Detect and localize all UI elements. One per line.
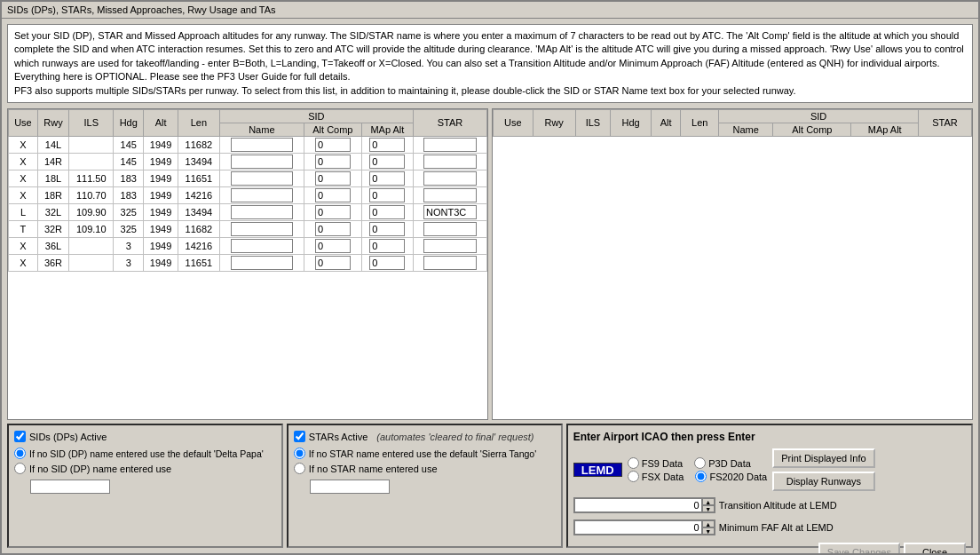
sid-mapalt-input[interactable] [369, 188, 405, 202]
save-changes-button[interactable]: Save Changes [818, 543, 900, 553]
faf-up-button[interactable]: ▲ [702, 520, 715, 527]
close-button[interactable]: Close [904, 543, 966, 553]
star-name-input[interactable] [423, 138, 477, 152]
sid-mapalt-cell[interactable] [361, 136, 413, 153]
star-name-cell[interactable] [413, 237, 486, 254]
use-cell: L [9, 203, 38, 220]
sid-mapalt-input[interactable] [369, 155, 405, 169]
sid-name-input[interactable] [231, 188, 293, 202]
star-custom-input[interactable] [310, 480, 390, 494]
sid-name-input[interactable] [231, 155, 293, 169]
sid-altcomp-cell[interactable] [304, 254, 362, 271]
fs9-radio[interactable] [628, 457, 639, 469]
sid-altcomp-cell[interactable] [304, 170, 362, 186]
sid-mapalt-input[interactable] [369, 239, 405, 253]
sid-altcomp-input[interactable] [315, 138, 351, 152]
sid-name-cell[interactable] [219, 203, 304, 220]
display-runways-button[interactable]: Display Runways [772, 472, 874, 491]
fs2020-radio[interactable] [695, 471, 707, 482]
star-name-input[interactable] [423, 239, 477, 253]
sid-name-cell[interactable] [219, 170, 304, 186]
sid-name-cell[interactable] [219, 254, 304, 271]
sid-altcomp-input[interactable] [315, 171, 351, 186]
sid-name-input[interactable] [231, 205, 293, 219]
sid-altcomp-input[interactable] [315, 155, 351, 169]
sid-mapalt-cell[interactable] [361, 203, 413, 220]
sid-altcomp-cell[interactable] [304, 203, 362, 220]
p3d-radio[interactable] [694, 457, 706, 469]
sid-altcomp-input[interactable] [315, 256, 351, 270]
transition-up-button[interactable]: ▲ [702, 498, 715, 505]
sid-altcomp-cell[interactable] [304, 220, 362, 237]
sid-name-input[interactable] [231, 239, 293, 253]
use-cell: X [9, 237, 38, 254]
sid-mapalt-input[interactable] [369, 171, 405, 186]
star-name-input[interactable] [423, 188, 477, 202]
star-name-input[interactable] [423, 205, 477, 219]
sid-mapalt-input[interactable] [369, 138, 405, 152]
star-name-cell[interactable] [413, 153, 486, 170]
star-name-input[interactable] [423, 222, 477, 236]
sid-name-cell[interactable] [219, 136, 304, 153]
sid-mapalt-cell[interactable] [361, 237, 413, 254]
star-name-cell[interactable] [413, 186, 486, 203]
alt-cell: 1949 [144, 220, 178, 237]
col-sid-altcomp-left: Alt Comp [304, 123, 362, 136]
sid-default-radio[interactable] [14, 448, 26, 459]
star-name-cell[interactable] [413, 220, 486, 237]
fsx-radio[interactable] [628, 471, 639, 482]
airport-panel: Enter Airport ICAO then press Enter FS9 … [566, 424, 973, 548]
transition-altitude-label: Transition Altitude at LEMD [719, 500, 837, 511]
sid-name-cell[interactable] [219, 186, 304, 203]
print-displayed-info-button[interactable]: Print Displayed Info [772, 448, 874, 468]
star-custom-radio[interactable] [294, 463, 305, 474]
star-name-cell[interactable] [413, 203, 486, 220]
stars-active-checkbox[interactable] [294, 431, 305, 442]
table-row: X 14R 145 1949 13494 [9, 153, 487, 170]
use-cell: X [9, 186, 38, 203]
sid-name-input[interactable] [231, 256, 293, 270]
sid-mapalt-cell[interactable] [361, 186, 413, 203]
icao-input[interactable] [573, 463, 622, 477]
transition-down-button[interactable]: ▼ [702, 505, 715, 512]
transition-altitude-input[interactable] [574, 498, 702, 512]
sid-name-cell[interactable] [219, 153, 304, 170]
star-name-cell[interactable] [413, 254, 486, 271]
sid-altcomp-input[interactable] [315, 188, 351, 202]
sid-name-input[interactable] [231, 171, 293, 186]
sids-active-checkbox[interactable] [14, 431, 26, 442]
sid-mapalt-cell[interactable] [361, 254, 413, 271]
sid-altcomp-cell[interactable] [304, 153, 362, 170]
sid-name-cell[interactable] [219, 237, 304, 254]
star-default-radio[interactable] [294, 448, 305, 459]
sid-altcomp-cell[interactable] [304, 186, 362, 203]
col-sid-mapalt-right: MAp Alt [851, 123, 919, 136]
star-name-input[interactable] [423, 155, 477, 169]
sid-name-input[interactable] [231, 222, 293, 236]
star-name-cell[interactable] [413, 136, 486, 153]
faf-altitude-input[interactable] [574, 520, 702, 535]
sid-mapalt-cell[interactable] [361, 220, 413, 237]
len-cell: 11651 [178, 170, 220, 186]
star-name-input[interactable] [423, 256, 477, 270]
sid-name-cell[interactable] [219, 220, 304, 237]
sid-custom-radio[interactable] [14, 463, 26, 474]
rwy-cell: 32L [37, 203, 68, 220]
sid-altcomp-input[interactable] [315, 205, 351, 219]
sid-mapalt-input[interactable] [369, 205, 405, 219]
sid-name-input[interactable] [231, 138, 293, 152]
sid-altcomp-cell[interactable] [304, 136, 362, 153]
sid-altcomp-input[interactable] [315, 222, 351, 236]
sid-mapalt-cell[interactable] [361, 153, 413, 170]
sid-mapalt-cell[interactable] [361, 170, 413, 186]
hdg-cell: 183 [114, 186, 144, 203]
sid-altcomp-cell[interactable] [304, 237, 362, 254]
sid-mapalt-input[interactable] [369, 256, 405, 270]
star-name-input[interactable] [423, 171, 477, 186]
sid-custom-input[interactable] [30, 480, 110, 494]
faf-down-button[interactable]: ▼ [702, 527, 715, 535]
star-name-cell[interactable] [413, 170, 486, 186]
sid-altcomp-input[interactable] [315, 239, 351, 253]
sid-mapalt-input[interactable] [369, 222, 405, 236]
alt-cell: 1949 [144, 237, 178, 254]
